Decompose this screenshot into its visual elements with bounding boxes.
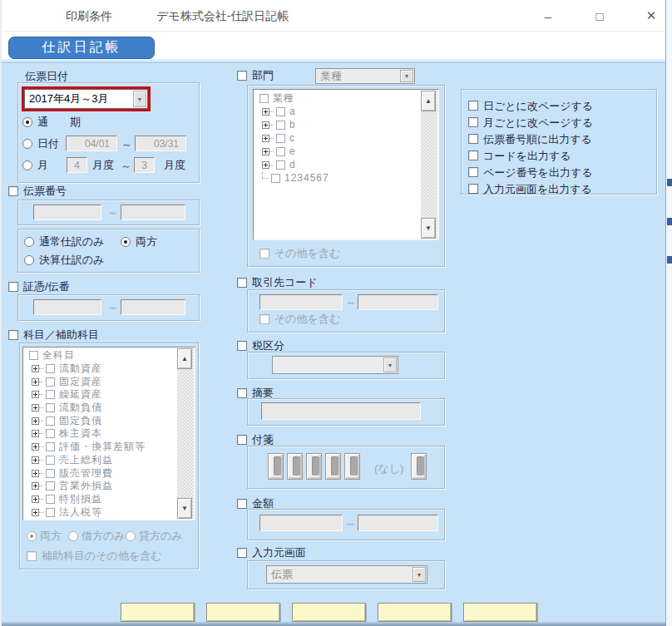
month-from-field[interactable]: 4	[67, 157, 87, 173]
department-include-other-checkbox[interactable]	[259, 249, 269, 259]
accounts-scrollbar[interactable]: ▲ ▼	[177, 348, 194, 519]
action-button[interactable]	[378, 603, 452, 622]
month-to-field[interactable]: 3	[134, 157, 155, 173]
date-radio[interactable]	[22, 139, 32, 149]
output-option-checkbox[interactable]	[468, 117, 478, 127]
period-combobox[interactable]: 2017年4月～3月 ▼	[24, 89, 148, 109]
expand-plus-icon[interactable]	[32, 495, 39, 503]
action-button[interactable]	[292, 603, 366, 622]
expand-plus-icon[interactable]	[32, 365, 39, 372]
expand-plus-icon[interactable]	[262, 148, 269, 155]
tree-item-checkbox[interactable]	[46, 403, 55, 412]
output-option-checkbox[interactable]	[468, 134, 478, 144]
side-credit-radio[interactable]	[126, 531, 136, 541]
tree-item[interactable]: 流動資産	[25, 362, 176, 376]
voucher-to-field[interactable]	[121, 299, 185, 315]
scroll-down-icon[interactable]: ▼	[421, 218, 436, 239]
slip-number-checkbox[interactable]	[8, 186, 18, 196]
tree-item[interactable]: 固定負債	[25, 414, 176, 427]
chevron-down-icon[interactable]: ▼	[400, 70, 413, 82]
tree-item[interactable]: 繰延資産	[25, 388, 176, 402]
action-button[interactable]	[121, 603, 195, 622]
expand-plus-icon[interactable]	[32, 417, 39, 425]
fusen-checkbox[interactable]	[237, 435, 247, 445]
expand-plus-icon[interactable]	[32, 430, 39, 437]
date-to-field[interactable]: 03/31	[135, 136, 186, 151]
include-sub-other-checkbox[interactable]	[27, 551, 37, 561]
amount-to-field[interactable]	[358, 515, 438, 531]
tree-item[interactable]: 営業外損益	[25, 480, 176, 493]
side-debit-radio[interactable]	[68, 531, 78, 541]
action-button[interactable]	[463, 603, 537, 622]
expand-plus-icon[interactable]	[262, 108, 269, 116]
tree-item[interactable]: 株主資本	[25, 427, 176, 441]
both-journal-radio[interactable]	[121, 237, 131, 247]
department-scrollbar[interactable]: ▲ ▼	[421, 91, 437, 239]
tree-item-checkbox[interactable]	[46, 390, 55, 399]
tree-item[interactable]: 販売管理費	[25, 466, 176, 480]
tree-item-checkbox[interactable]	[46, 377, 55, 387]
partner-include-other-checkbox[interactable]	[259, 314, 269, 324]
tree-item-checkbox[interactable]	[46, 508, 55, 517]
fusen-tag-2-button[interactable]	[287, 453, 303, 480]
tree-item-checkbox[interactable]	[276, 160, 285, 170]
partner-code-checkbox[interactable]	[237, 278, 247, 288]
action-button[interactable]	[206, 603, 280, 622]
minimize-button[interactable]: –	[534, 6, 562, 26]
expand-plus-icon[interactable]	[262, 161, 269, 169]
expand-plus-icon[interactable]	[262, 172, 269, 179]
tree-item-checkbox[interactable]	[276, 134, 285, 143]
tree-item[interactable]: 流動負債	[25, 402, 176, 415]
tree-item-checkbox[interactable]	[29, 351, 38, 360]
tree-item[interactable]: d	[255, 158, 420, 171]
summary-checkbox[interactable]	[237, 388, 247, 398]
expand-plus-icon[interactable]	[32, 509, 39, 516]
tree-item[interactable]: 業種	[255, 91, 420, 105]
closing-journal-radio[interactable]	[24, 255, 34, 265]
department-type-combobox[interactable]: 業種 ▼	[315, 68, 415, 84]
tree-item[interactable]: e	[255, 145, 420, 158]
accounts-checkbox[interactable]	[8, 330, 18, 340]
tree-item-checkbox[interactable]	[46, 495, 55, 504]
tree-item-checkbox[interactable]	[276, 107, 285, 116]
tree-item[interactable]: 1234567	[255, 171, 420, 185]
month-radio[interactable]	[22, 160, 32, 170]
expand-plus-icon[interactable]	[32, 482, 39, 490]
tree-item-checkbox[interactable]	[259, 94, 269, 103]
tree-item[interactable]: 全科目	[25, 349, 176, 362]
amount-checkbox[interactable]	[237, 499, 247, 509]
tab-journal-daybook[interactable]: 仕訳日記帳	[8, 37, 155, 59]
expand-plus-icon[interactable]	[32, 391, 39, 398]
tree-item[interactable]: 固定資産	[25, 375, 176, 388]
output-option-checkbox[interactable]	[468, 150, 478, 160]
fusen-tag-5-button[interactable]	[344, 453, 360, 480]
voucher-checkbox[interactable]	[8, 282, 18, 292]
tree-item-checkbox[interactable]	[46, 364, 55, 373]
fusen-tag-1-button[interactable]	[268, 453, 284, 480]
tree-item[interactable]: 評価・換算差額等	[25, 441, 176, 454]
scroll-up-icon[interactable]: ▲	[177, 348, 192, 369]
tree-item-checkbox[interactable]	[46, 456, 55, 465]
tree-item[interactable]: 特別損益	[25, 493, 176, 506]
expand-plus-icon[interactable]	[262, 135, 269, 142]
tree-item[interactable]: 法人税等	[25, 505, 176, 518]
tree-item[interactable]: a	[255, 105, 420, 118]
expand-plus-icon[interactable]	[32, 404, 39, 412]
period-radio[interactable]	[22, 117, 32, 127]
scroll-up-icon[interactable]: ▲	[421, 91, 436, 111]
slip-number-from-field[interactable]	[33, 205, 101, 220]
input-screen-checkbox[interactable]	[237, 548, 247, 558]
tree-item-checkbox[interactable]	[46, 429, 55, 438]
chevron-down-icon[interactable]: ▼	[133, 91, 146, 107]
tree-item-checkbox[interactable]	[276, 121, 285, 130]
department-checkbox[interactable]	[237, 71, 247, 81]
amount-from-field[interactable]	[259, 515, 343, 531]
expand-plus-icon[interactable]	[32, 456, 39, 464]
expand-plus-icon[interactable]	[32, 443, 39, 451]
partner-to-field[interactable]	[358, 294, 438, 310]
output-option-checkbox[interactable]	[468, 167, 478, 177]
expand-plus-icon[interactable]	[262, 121, 269, 129]
expand-plus-icon[interactable]	[32, 378, 39, 386]
fusen-none-button[interactable]	[411, 453, 427, 480]
tree-item[interactable]: b	[255, 118, 420, 131]
